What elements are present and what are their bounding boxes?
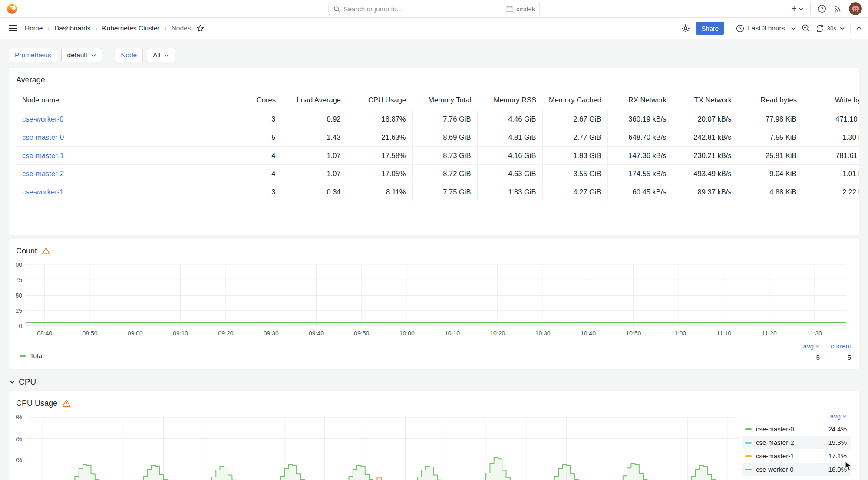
value-cell: 2.22 MiB — [803, 183, 859, 201]
value-cell: 4 — [217, 146, 282, 164]
value-cell: 17.05% — [347, 164, 412, 183]
gear-icon — [681, 24, 690, 33]
table-header-row: Node nameCoresLoad AverageCPU UsageMemor… — [16, 91, 859, 110]
news-button[interactable] — [833, 4, 842, 13]
legend-series-value: 16.0% — [828, 466, 847, 473]
chevron-down-icon — [840, 27, 845, 30]
share-button[interactable]: Share — [696, 22, 724, 35]
column-header[interactable]: Memory Cached — [542, 91, 607, 110]
value-cell: 4.46 GiB — [477, 110, 542, 128]
time-range-picker[interactable]: Last 3 hours — [736, 24, 795, 33]
value-cell: 8.69 GiB — [412, 128, 477, 146]
value-cell: 4.88 KiB — [738, 183, 803, 201]
breadcrumb-kubernetes-cluster[interactable]: Kubernetes Cluster — [102, 24, 160, 32]
divider — [850, 23, 851, 33]
column-header[interactable]: Load Average — [282, 91, 347, 110]
column-header[interactable]: RX Network — [607, 91, 673, 110]
chevron-down-icon — [164, 54, 169, 57]
cpu-legend: avg cse-master-024.4%cse-master-219.3%cs… — [739, 411, 851, 476]
menu-toggle-button[interactable] — [9, 25, 17, 32]
legend-series-total[interactable]: Total — [20, 352, 44, 359]
legend-calc-avg[interactable]: avg — [789, 342, 820, 350]
node-value-dropdown[interactable]: All — [147, 48, 175, 62]
cpu-usage-chart[interactable]: 0%25%50%75%100% — [16, 410, 853, 480]
node-link[interactable]: cse-master-0 — [22, 133, 64, 141]
panel-warning-icon[interactable] — [42, 247, 50, 255]
column-header[interactable]: Write bytes — [803, 91, 859, 110]
node-name-cell: cse-worker-1 — [16, 183, 217, 201]
zoom-out-icon — [802, 24, 810, 33]
grafana-logo-icon[interactable] — [6, 3, 18, 15]
panel-title[interactable]: Average — [16, 76, 45, 85]
node-name-cell: cse-worker-0 — [16, 110, 217, 128]
breadcrumb-nodes: Nodes — [172, 24, 191, 32]
breadcrumb-home[interactable]: Home — [25, 24, 43, 32]
zoom-out-button[interactable] — [802, 24, 810, 33]
legend-calc-avg[interactable]: avg — [830, 412, 847, 420]
value-cell: 242.81 kB/s — [673, 128, 738, 146]
refresh-interval-picker[interactable]: 30s — [827, 25, 845, 32]
favorite-star-button[interactable] — [196, 24, 205, 33]
value-cell: 8.11% — [347, 183, 412, 201]
svg-text:10:40: 10:40 — [581, 330, 596, 337]
legend-row[interactable]: cse-master-024.4% — [742, 422, 851, 436]
legend-row[interactable]: cse-master-219.3% — [742, 436, 851, 449]
chevron-down-icon — [815, 345, 820, 348]
node-link[interactable]: cse-master-1 — [22, 151, 64, 159]
datasource-value-dropdown[interactable]: default — [61, 48, 102, 62]
variable-filters: Prometheus default Node All — [9, 48, 859, 62]
legend-series-name: cse-worker-0 — [756, 466, 794, 473]
search-input[interactable]: Search or jump to... cmd+k — [328, 2, 540, 16]
cpu-section-header[interactable]: CPU — [10, 377, 859, 387]
user-avatar[interactable] — [849, 2, 862, 15]
legend-row[interactable]: cse-master-117.1% — [742, 449, 851, 463]
node-link[interactable]: cse-worker-0 — [22, 115, 63, 123]
legend-current-value: 5 — [820, 354, 851, 361]
add-menu-button[interactable]: + — [791, 4, 803, 13]
breadcrumb-dashboards[interactable]: Dashboards — [54, 24, 91, 32]
value-cell: 360.19 kB/s — [607, 110, 673, 128]
column-header[interactable]: CPU Usage — [347, 91, 412, 110]
value-cell: 4.27 GiB — [542, 183, 607, 201]
panel-warning-icon[interactable] — [62, 399, 71, 407]
value-cell: 2.77 GiB — [542, 128, 607, 146]
value-cell: 3.55 GiB — [542, 164, 607, 183]
panel-title[interactable]: CPU Usage — [16, 399, 57, 408]
datasource-label-button[interactable]: Prometheus — [9, 48, 57, 62]
collapse-toolbar-button[interactable] — [856, 26, 862, 30]
svg-text:10:30: 10:30 — [535, 330, 551, 337]
value-cell: 7.55 KiB — [738, 128, 803, 146]
svg-text:100%: 100% — [16, 414, 22, 421]
column-header[interactable]: Memory RSS — [477, 91, 542, 110]
node-label-button[interactable]: Node — [115, 48, 143, 62]
column-header[interactable]: TX Network — [673, 91, 738, 110]
refresh-button[interactable] — [816, 24, 824, 33]
value-cell: 230.21 kB/s — [673, 146, 738, 164]
column-header[interactable]: Node name — [16, 91, 217, 110]
panel-title[interactable]: Count — [16, 247, 37, 256]
column-header[interactable]: Memory Total — [412, 91, 477, 110]
legend-series-name: cse-master-1 — [756, 452, 794, 460]
help-button[interactable] — [818, 4, 826, 13]
column-header[interactable]: Read bytes — [738, 91, 803, 110]
svg-text:10:10: 10:10 — [445, 330, 460, 337]
rss-icon — [833, 4, 842, 13]
column-header[interactable]: Cores — [217, 91, 282, 110]
help-icon — [818, 4, 826, 13]
value-cell: 18.87% — [347, 110, 412, 128]
value-cell: 17.58% — [347, 146, 412, 164]
section-title: CPU — [19, 377, 36, 387]
legend-calc-current[interactable]: current — [820, 342, 851, 350]
legend-row[interactable]: cse-worker-016.0% — [742, 463, 851, 476]
count-chart[interactable]: 025507510008:4008:5009:0009:1009:2009:30… — [16, 256, 853, 340]
svg-text:09:30: 09:30 — [264, 330, 279, 337]
count-legend: Total avg current 5 5 — [16, 340, 852, 361]
dashboard-settings-button[interactable] — [681, 24, 690, 33]
value-cell: 471.10 KiB — [803, 110, 859, 128]
value-cell: 1.30 MiB — [803, 128, 859, 146]
node-link[interactable]: cse-master-2 — [22, 170, 64, 178]
svg-text:11:20: 11:20 — [762, 330, 777, 337]
value-cell: 21.63% — [347, 128, 412, 146]
node-link[interactable]: cse-worker-1 — [22, 188, 63, 196]
breadcrumb-separator: › — [47, 25, 50, 32]
